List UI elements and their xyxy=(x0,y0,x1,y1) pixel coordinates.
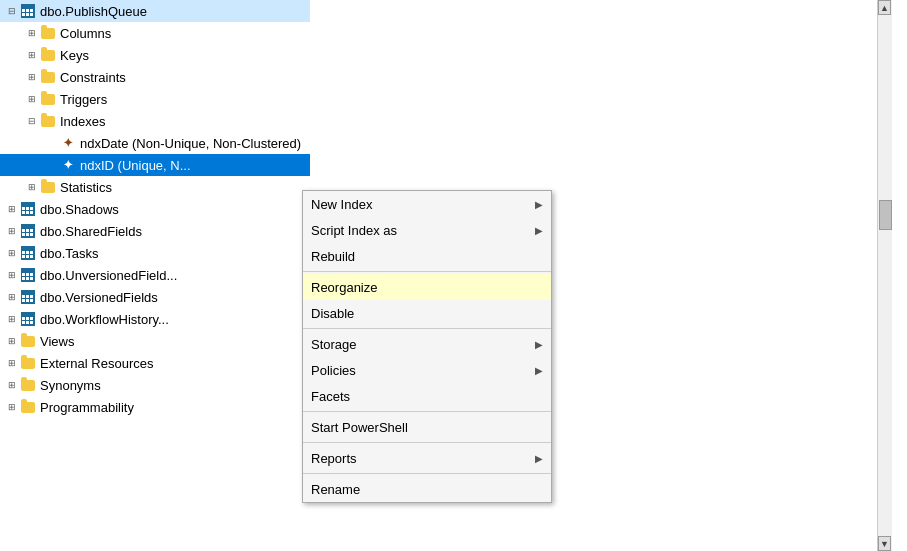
scrollbar[interactable]: ▲ ▼ xyxy=(877,0,892,551)
tree-item-label: dbo.Shadows xyxy=(38,202,119,217)
menu-item-label: New Index xyxy=(311,197,535,212)
folder-icon xyxy=(40,91,56,107)
menu-item-storage[interactable]: Storage ▶ xyxy=(303,331,551,357)
tree-item-label: Keys xyxy=(58,48,89,63)
folder-icon xyxy=(40,69,56,85)
menu-item-label: Rename xyxy=(311,482,543,497)
tree-item-label: dbo.VersionedFields xyxy=(38,290,158,305)
expander-icon[interactable]: ⊞ xyxy=(4,201,20,217)
expander-icon[interactable]: ⊞ xyxy=(4,311,20,327)
context-menu: New Index ▶ Script Index as ▶ Rebuild Re… xyxy=(302,190,552,503)
menu-item-reorganize[interactable]: Reorganize xyxy=(303,274,551,300)
table-icon xyxy=(20,201,36,217)
menu-item-script-index-as[interactable]: Script Index as ▶ xyxy=(303,217,551,243)
expander-icon: · xyxy=(44,135,60,151)
expander-icon[interactable]: ⊞ xyxy=(4,377,20,393)
tree-item[interactable]: ⊞ Statistics xyxy=(0,176,310,198)
menu-item-rename[interactable]: Rename xyxy=(303,476,551,502)
expander-icon[interactable]: ⊞ xyxy=(4,355,20,371)
menu-item-new-index[interactable]: New Index ▶ xyxy=(303,191,551,217)
menu-item-label: Policies xyxy=(311,363,535,378)
expander-icon[interactable]: ⊞ xyxy=(24,47,40,63)
expander-icon[interactable]: ⊞ xyxy=(4,245,20,261)
folder-icon xyxy=(40,47,56,63)
table-icon xyxy=(20,289,36,305)
folder-icon xyxy=(40,25,56,41)
tree-item[interactable]: ⊞ Columns xyxy=(0,22,310,44)
menu-item-label: Rebuild xyxy=(311,249,543,264)
expander-icon[interactable]: ⊞ xyxy=(24,91,40,107)
submenu-arrow-icon: ▶ xyxy=(535,199,543,210)
tree-item-label: dbo.Tasks xyxy=(38,246,99,261)
table-icon xyxy=(20,223,36,239)
main-container: ⊟ dbo.PublishQueue ⊞ Columns ⊞ Keys ⊞ xyxy=(0,0,892,551)
scrollbar-thumb[interactable] xyxy=(879,200,892,230)
tree-item[interactable]: ⊞ dbo.SharedFields xyxy=(0,220,310,242)
tree-item[interactable]: ⊟ dbo.PublishQueue xyxy=(0,0,310,22)
submenu-arrow-icon: ▶ xyxy=(535,339,543,350)
expander-icon[interactable]: ⊞ xyxy=(4,289,20,305)
scroll-down-arrow[interactable]: ▼ xyxy=(878,536,891,551)
index-icon: ✦ xyxy=(60,157,76,173)
expander-icon[interactable]: ⊞ xyxy=(24,25,40,41)
expander-icon[interactable]: ⊞ xyxy=(4,333,20,349)
tree-item[interactable]: ⊞ External Resources xyxy=(0,352,310,374)
tree-item-label: ndxID (Unique, N... xyxy=(78,158,191,173)
expander-icon[interactable]: ⊟ xyxy=(24,113,40,129)
expander-icon[interactable]: ⊞ xyxy=(24,69,40,85)
tree-item[interactable]: ⊟ Indexes xyxy=(0,110,310,132)
folder-icon xyxy=(20,377,36,393)
menu-item-label: Reports xyxy=(311,451,535,466)
tree-item[interactable]: ⊞ dbo.VersionedFields xyxy=(0,286,310,308)
submenu-arrow-icon: ▶ xyxy=(535,225,543,236)
tree-item-label: Synonyms xyxy=(38,378,101,393)
expander-icon[interactable]: ⊟ xyxy=(4,3,20,19)
table-icon xyxy=(20,267,36,283)
tree-item[interactable]: ⊞ Triggers xyxy=(0,88,310,110)
submenu-arrow-icon: ▶ xyxy=(535,365,543,376)
tree-item[interactable]: ⊞ dbo.UnversionedField... xyxy=(0,264,310,286)
expander-icon[interactable]: ⊞ xyxy=(4,267,20,283)
tree-item-label: Columns xyxy=(58,26,111,41)
menu-item-label: Storage xyxy=(311,337,535,352)
tree-item-selected[interactable]: · ✦ ndxID (Unique, N... xyxy=(0,154,310,176)
folder-icon xyxy=(20,333,36,349)
menu-item-label: Disable xyxy=(311,306,543,321)
tree-item-label: dbo.PublishQueue xyxy=(38,4,147,19)
menu-item-rebuild[interactable]: Rebuild xyxy=(303,243,551,269)
tree-item[interactable]: ⊞ Keys xyxy=(0,44,310,66)
tree-item[interactable]: ⊞ Constraints xyxy=(0,66,310,88)
menu-item-reports[interactable]: Reports ▶ xyxy=(303,445,551,471)
folder-icon xyxy=(40,179,56,195)
tree-item-label: Constraints xyxy=(58,70,126,85)
tree-item-label: ndxDate (Non-Unique, Non-Clustered) xyxy=(78,136,301,151)
tree-item[interactable]: ⊞ dbo.Shadows xyxy=(0,198,310,220)
table-icon xyxy=(20,245,36,261)
expander-icon[interactable]: ⊞ xyxy=(4,399,20,415)
tree-item-label: Triggers xyxy=(58,92,107,107)
menu-item-start-powershell[interactable]: Start PowerShell xyxy=(303,414,551,440)
menu-item-facets[interactable]: Facets xyxy=(303,383,551,409)
scroll-up-arrow[interactable]: ▲ xyxy=(878,0,891,15)
menu-separator xyxy=(303,442,551,443)
tree-panel: ⊟ dbo.PublishQueue ⊞ Columns ⊞ Keys ⊞ xyxy=(0,0,310,551)
tree-item[interactable]: ⊞ dbo.Tasks xyxy=(0,242,310,264)
expander-icon[interactable]: ⊞ xyxy=(24,179,40,195)
tree-item[interactable]: ⊞ dbo.WorkflowHistory... xyxy=(0,308,310,330)
menu-item-label: Script Index as xyxy=(311,223,535,238)
menu-item-label: Facets xyxy=(311,389,543,404)
tree-item-label: Statistics xyxy=(58,180,112,195)
menu-item-disable[interactable]: Disable xyxy=(303,300,551,326)
menu-item-policies[interactable]: Policies ▶ xyxy=(303,357,551,383)
menu-item-label: Reorganize xyxy=(311,280,543,295)
menu-separator xyxy=(303,473,551,474)
tree-item-label: dbo.UnversionedField... xyxy=(38,268,177,283)
expander-icon[interactable]: ⊞ xyxy=(4,223,20,239)
menu-separator xyxy=(303,271,551,272)
folder-icon xyxy=(40,113,56,129)
tree-item[interactable]: · ✦ ndxDate (Non-Unique, Non-Clustered) xyxy=(0,132,310,154)
tree-item[interactable]: ⊞ Programmability xyxy=(0,396,310,418)
tree-item[interactable]: ⊞ Synonyms xyxy=(0,374,310,396)
tree-item[interactable]: ⊞ Views xyxy=(0,330,310,352)
tree-item-label: Programmability xyxy=(38,400,134,415)
